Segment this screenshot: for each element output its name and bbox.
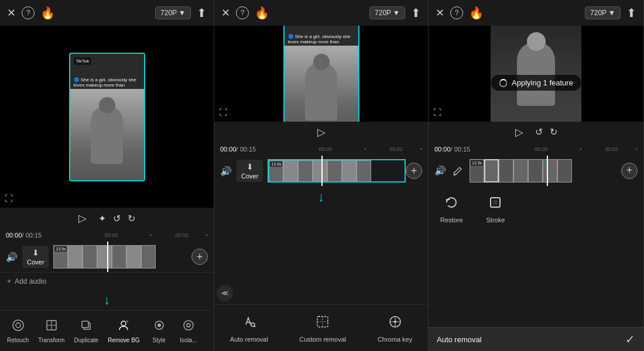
stroke-button-3[interactable]: Stroke [475,188,517,229]
close-button-3[interactable]: ✕ [436,6,444,19]
toolbar-remove-bg-1[interactable]: Remove BG [103,316,144,346]
add-audio-section-1: + Add audio [0,272,214,290]
duplicate-label-1: Duplicate [74,337,98,343]
add-clip-button-2[interactable]: + [406,163,422,179]
video-preview-2: TikTok 🔵 She is a girl, obviously she lo… [283,26,359,122]
track-container-3: ↓ 🔊 13.9s + [429,156,643,186]
resolution-badge-2[interactable]: 720P ▼ [369,6,405,19]
preview-area-3: Applying 1 feature ⛶ [429,26,643,122]
track-container-1: 🔊 ⬇ Cover 13.9s + [0,242,214,272]
features-row-3: Restore Stroke [429,186,643,232]
total-time-1: / 00:15 [22,232,42,239]
panel-2: ✕ ? 🔥 720P ▼ ⬆ TikTok 🔵 She is a girl, o… [214,0,429,351]
applying-text-3: Applying 1 feature [512,78,573,87]
upload-button-3[interactable]: ⬆ [626,6,636,20]
chroma-key-tool-2[interactable]: Chroma key [372,311,418,345]
style-label-1: Style [153,337,166,343]
video-preview-3 [491,26,581,122]
mute-icon-1[interactable]: 🔊 [6,252,18,263]
remove-bg-label-1: Remove BG [108,337,139,343]
help-button-3[interactable]: ? [450,6,463,19]
isolate-icon-1 [182,319,195,335]
restore-icon-3 [443,194,460,214]
duration-badge-3: 13.9s [471,160,483,166]
close-button-1[interactable]: ✕ [7,6,16,19]
toolbar-style-1[interactable]: Style [145,316,174,346]
add-clip-button-1[interactable]: + [191,249,208,265]
play-button-3[interactable]: ▷ [515,126,523,139]
upload-button-2[interactable]: ⬆ [411,6,421,20]
toolbar-duplicate-1[interactable]: Duplicate [69,316,103,346]
spinner-3 [499,79,507,87]
collapse-button-2[interactable]: ≪ [217,285,233,301]
toolbar-transform-1[interactable]: Transform [33,316,69,346]
play-button-1[interactable]: ▷ [78,212,87,225]
current-time-3: 00:00 [434,146,451,153]
cover-icon-1: ⬇ [32,248,39,257]
add-clip-button-3[interactable]: + [621,163,638,179]
transform-label-1: Transform [38,337,64,343]
applying-badge-3: Applying 1 feature [491,75,581,91]
undo-redo-3: ↺ ↻ [535,126,557,137]
checkmark-button-3[interactable]: ✓ [625,332,635,346]
timeline-header-3: 00:00 / 00:15 00:00 • 00:02 • [429,143,643,156]
undo-redo-1: ✦ ↺ ↻ [98,213,135,224]
toolbar-retouch-1[interactable]: Retouch [2,316,33,346]
redo-button-1[interactable]: ↻ [128,213,135,224]
svg-point-12 [187,324,190,327]
upload-button-1[interactable]: ⬆ [197,6,207,20]
arrow-container-2: ↓ [214,186,428,208]
fire-icon-1: 🔥 [40,6,55,20]
auto-removal-tool-2[interactable]: Auto removal [224,311,274,345]
svg-point-7 [121,321,126,326]
arrow-container-1: ↓ [0,290,214,310]
resolution-badge-3[interactable]: 720P ▼ [585,6,621,19]
undo-button-3[interactable]: ↺ [535,126,543,137]
wand-icon-1[interactable]: ✦ [98,213,106,224]
mute-icon-3[interactable]: 🔊 [434,165,446,176]
help-button-2[interactable]: ? [236,6,249,19]
svg-line-8 [126,321,128,322]
fullscreen-icon-2[interactable]: ⛶ [219,108,227,117]
svg-rect-6 [82,321,88,328]
resolution-badge-1[interactable]: 720P ▼ [155,6,191,19]
restore-button-3[interactable]: Restore [429,188,475,229]
cover-icon-2: ⬇ [246,162,254,171]
track-container-2: 🔊 ⬇ Cover 13.9s + [214,156,428,186]
track-clips-2: 13.9s + [268,159,422,183]
transform-icon-1 [45,319,58,335]
tiktok-watermark-1: TikTok [74,57,92,65]
add-audio-button-1[interactable]: + Add audio [7,277,207,285]
close-button-2[interactable]: ✕ [221,6,230,19]
help-button-1[interactable]: ? [22,6,35,19]
panel-2-toolbar: Auto removal Custom removal [214,304,428,351]
cover-button-2[interactable]: ⬇ Cover [237,160,263,182]
fullscreen-icon-3[interactable]: ⛶ [433,108,441,117]
down-arrow-1: ↓ [104,292,110,308]
svg-point-0 [13,320,23,331]
style-icon-1 [153,319,166,335]
timeline-track-3: 🔊 13.9s + [429,156,643,186]
play-button-2[interactable]: ▷ [317,126,326,139]
svg-point-10 [157,324,161,327]
add-audio-label-1: Add audio [15,277,46,285]
isolate-label-1: Isola... [180,337,197,343]
redo-button-3[interactable]: ↻ [550,126,557,137]
mute-icon-2[interactable]: 🔊 [220,166,232,177]
toolbar-isolate-1[interactable]: Isola... [174,316,203,346]
preview-area-1: TikTok 🔵 She is a girl, obviously she lo… [0,26,214,208]
svg-rect-24 [493,200,498,205]
video-preview-1: TikTok 🔵 She is a girl, obviously she lo… [69,53,145,181]
cover-button-1[interactable]: ⬇ Cover [22,246,49,268]
custom-removal-tool-2[interactable]: Custom removal [293,311,352,345]
bottom-toolbar-1: Retouch Transform Duplicate [0,310,214,351]
custom-removal-icon-2 [315,314,330,333]
edit-icon-3[interactable] [451,164,465,178]
remove-bg-icon-1 [117,319,130,335]
panel-1: ✕ ? 🔥 720P ▼ ⬆ TikTok 🔵 She is a girl, o… [0,0,214,351]
retouch-label-1: Retouch [7,337,29,343]
play-controls-2: ▷ [214,122,428,143]
undo-button-1[interactable]: ↺ [113,213,121,224]
fullscreen-icon-1[interactable]: ⛶ [5,194,13,203]
top-bar-1: ✕ ? 🔥 720P ▼ ⬆ [0,0,214,26]
